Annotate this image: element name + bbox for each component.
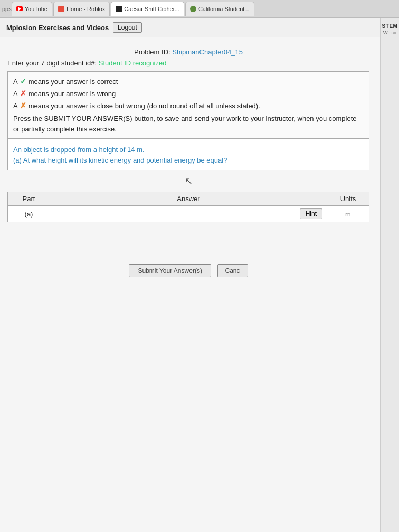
tab-youtube[interactable]: YouTube: [12, 2, 52, 16]
tab-youtube-label: YouTube: [25, 6, 48, 12]
table-row: (a) Hint m: [8, 206, 369, 222]
question-box: An object is dropped from a height of 14…: [7, 139, 369, 170]
problem-header: Problem ID: ShipmanChapter04_15: [7, 48, 369, 56]
info-row-wrong: A ✗ means your answer is wrong: [13, 88, 364, 99]
close-text: means your answer is close but wrong (do…: [28, 101, 260, 111]
col-part-header: Part: [8, 192, 50, 206]
tab-pps-label: pps: [2, 6, 12, 12]
correct-text: means your answer is correct: [28, 77, 118, 87]
info-row-correct: A ✓ means your answer is correct: [13, 76, 364, 87]
col-answer-header: Answer: [50, 192, 327, 206]
stem-label: STEM: [382, 23, 398, 29]
logout-button[interactable]: Logout: [113, 22, 142, 33]
submit-area: Submit Your Answer(s) Canc: [7, 264, 369, 288]
cancel-button[interactable]: Canc: [217, 264, 248, 277]
content-area: Problem ID: ShipmanChapter04_15 Enter yo…: [0, 37, 380, 298]
table-header-row: Part Answer Units: [8, 192, 369, 206]
question-line2: (a) At what height will its kinetic ener…: [13, 155, 364, 166]
submit-button[interactable]: Submit Your Answer(s): [129, 264, 211, 277]
x-mark-orange-icon: ✗: [20, 100, 26, 111]
wrong-prefix: A: [13, 89, 18, 99]
submit-instruction: Press the SUBMIT YOUR ANSWER(S) button, …: [13, 113, 364, 134]
answer-input[interactable]: [54, 210, 160, 218]
tab-bar: pps YouTube Home - Roblox Caesar Shift C…: [0, 0, 399, 18]
info-row-close: A ✗ means your answer is close but wrong…: [13, 100, 364, 111]
right-panel: STEM Welco: [380, 18, 399, 532]
welcom-label: Welco: [383, 30, 396, 35]
youtube-icon: [16, 6, 23, 11]
cursor-area: ↖: [7, 170, 369, 192]
close-prefix: A: [13, 101, 18, 111]
hint-button[interactable]: Hint: [300, 208, 322, 219]
roblox-icon: [58, 6, 64, 12]
student-id-line: Enter your 7 digit student id#: Student …: [7, 59, 369, 67]
cali-icon: [190, 6, 196, 12]
page-area: Mplosion Exercises and Videos Logout Pro…: [0, 18, 380, 532]
units-cell: m: [327, 206, 369, 222]
wrong-text: means your answer is wrong: [28, 89, 116, 99]
student-id-label: Enter your 7 digit student id#:: [7, 59, 97, 67]
tab-california[interactable]: California Student...: [185, 2, 254, 16]
check-mark-icon: ✓: [20, 76, 26, 87]
info-box: A ✓ means your answer is correct A ✗ mea…: [7, 71, 369, 139]
caesar-icon: [116, 6, 122, 12]
correct-prefix: A: [13, 77, 18, 87]
nav-text: Mplosion Exercises and Videos: [6, 24, 109, 32]
cursor-icon: ↖: [185, 175, 193, 187]
tab-home-label: Home - Roblox: [66, 6, 105, 12]
problem-id-label: Problem ID:: [134, 48, 170, 56]
x-mark-icon: ✗: [20, 88, 26, 99]
tab-california-label: California Student...: [198, 6, 250, 12]
student-id-status: Student ID recognized: [99, 59, 167, 67]
header-nav: Mplosion Exercises and Videos Logout: [0, 18, 380, 37]
tab-home-roblox[interactable]: Home - Roblox: [53, 2, 110, 16]
part-a-label: (a): [8, 206, 50, 222]
answer-table: Part Answer Units (a) Hint m: [7, 192, 369, 222]
tab-caesar[interactable]: Caesar Shift Cipher...: [111, 2, 184, 16]
answer-cell: Hint: [50, 206, 327, 222]
problem-id-link[interactable]: ShipmanChapter04_15: [172, 48, 243, 56]
tab-caesar-label: Caesar Shift Cipher...: [124, 6, 179, 12]
col-units-header: Units: [327, 192, 369, 206]
question-line1: An object is dropped from a height of 14…: [13, 145, 364, 155]
